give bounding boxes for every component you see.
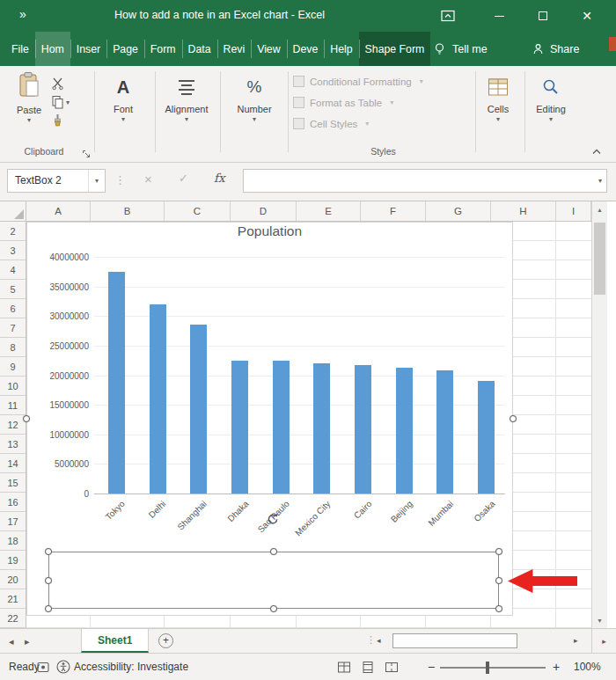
row-header-10[interactable]: 10 [0,377,26,396]
scroll-left-icon[interactable]: ◂ [377,636,381,645]
accessibility-status[interactable]: Accessibility: Investigate [74,661,188,673]
tab-help[interactable]: Help [324,32,358,66]
maximize-button[interactable] [521,0,565,32]
textbox-handle-middle-right[interactable] [495,577,502,584]
scrollbar-corner[interactable]: ▸ [591,629,616,653]
tell-me-button[interactable]: Tell me [433,32,488,66]
column-header-F[interactable]: F [361,201,426,221]
quick-access-overflow-icon[interactable]: » [19,7,26,21]
styles-item-cell-styles[interactable]: Cell Styles▾ [293,115,473,132]
row-header-8[interactable]: 8 [0,338,26,357]
chevron-down-icon[interactable]: ▾ [88,170,105,192]
accessibility-icon[interactable] [56,660,70,676]
bar-shanghai[interactable] [190,325,207,494]
tab-hom[interactable]: Hom [35,32,70,66]
row-header-7[interactable]: 7 [0,318,26,338]
chart-title[interactable]: Population [27,223,512,239]
scroll-down-icon[interactable]: ▼ [592,612,607,628]
row-header-13[interactable]: 13 [0,435,26,454]
copy-button[interactable]: ▾ [51,92,83,111]
column-header-E[interactable]: E [297,201,361,221]
zoom-level[interactable]: 100% [574,661,601,673]
close-button[interactable]: ✕ [565,0,609,32]
column-header-G[interactable]: G [426,201,491,221]
editing-group-button[interactable]: Editing ▾ [526,71,576,123]
row-header-22[interactable]: 22 [0,609,26,628]
textbox-handle-top-middle[interactable] [270,548,277,555]
name-box[interactable]: TextBox 2 ▾ [7,169,106,193]
cells-group-button[interactable]: Cells ▾ [477,71,519,123]
format-painter-button[interactable] [51,111,83,129]
tab-view[interactable]: View [251,32,286,66]
share-button[interactable]: Share [532,32,579,66]
textbox-handle-bottom-middle[interactable] [270,605,277,612]
zoom-slider-track[interactable] [440,667,546,669]
vertical-scrollbar[interactable]: ▲ ▼ [591,201,607,628]
bar-osaka[interactable] [478,381,495,494]
chevron-down-icon[interactable]: ▾ [598,177,602,185]
normal-view-button[interactable] [336,659,352,675]
row-header-11[interactable]: 11 [0,396,26,415]
insert-function-button[interactable]: fx [214,172,225,185]
row-header-21[interactable]: 21 [0,589,26,609]
chart-handle-middle-left[interactable] [23,415,30,422]
font-group-button[interactable]: A Font ▾ [95,71,151,123]
textbox-handle-bottom-left[interactable] [45,605,52,612]
row-header-2[interactable]: 2 [0,222,26,241]
cancel-entry-icon[interactable]: × [144,172,152,186]
tab-file[interactable]: File [5,32,35,66]
bar-mumbai[interactable] [436,370,453,494]
column-header-C[interactable]: C [165,201,231,221]
bar-cairo[interactable] [355,365,371,494]
horizontal-scrollbar-thumb[interactable] [392,633,517,648]
bar-beijing[interactable] [396,368,413,494]
column-header-B[interactable]: B [91,201,165,221]
scroll-right-icon[interactable]: ▸ [574,636,578,645]
row-header-4[interactable]: 4 [0,260,26,280]
column-header-A[interactable]: A [26,201,91,221]
page-break-view-button[interactable] [384,659,400,675]
row-header-18[interactable]: 18 [0,531,26,551]
tab-data[interactable]: Data [182,32,217,66]
clipboard-dialog-launcher-icon[interactable] [82,146,91,162]
textbox-handle-top-left[interactable] [45,548,52,555]
rotate-handle-icon[interactable] [266,512,280,530]
tab-page[interactable]: Page [106,32,144,66]
styles-item-format-as-table[interactable]: Format as Table▾ [293,94,473,111]
row-header-14[interactable]: 14 [0,454,26,473]
column-header-D[interactable]: D [231,201,297,221]
bar-dhaka[interactable] [231,361,248,494]
zoom-out-button[interactable]: − [428,660,435,674]
row-header-19[interactable]: 19 [0,551,26,570]
tab-shape-form[interactable]: Shape Form [359,32,431,66]
paste-button[interactable]: Paste ▾ [9,71,49,145]
row-header-16[interactable]: 16 [0,493,26,512]
row-header-20[interactable]: 20 [0,570,26,589]
new-sheet-button[interactable]: + [158,633,173,648]
scroll-up-icon[interactable]: ▲ [592,201,607,217]
styles-item-conditional-formatting[interactable]: Conditional Formatting▾ [293,73,473,90]
vertical-scrollbar-thumb[interactable] [594,223,605,295]
ribbon-display-options-icon[interactable] [440,8,456,24]
page-layout-view-button[interactable] [360,659,376,675]
confirm-entry-icon[interactable]: ✓ [179,172,188,184]
formula-input[interactable]: ▾ [243,169,607,193]
textbox-handle-top-right[interactable] [495,548,502,555]
row-header-3[interactable]: 3 [0,241,26,260]
select-all-corner[interactable] [0,201,26,222]
macro-record-icon[interactable] [37,662,49,676]
minimize-button[interactable] [477,0,521,32]
bar-tokyo[interactable] [108,272,125,494]
collapse-ribbon-button[interactable] [588,145,605,157]
tab-form[interactable]: Form [144,32,182,66]
zoom-slider-thumb[interactable] [486,662,489,674]
tab-deve[interactable]: Deve [287,32,325,66]
column-header-I[interactable]: I [556,201,591,221]
number-group-button[interactable]: % Number ▾ [226,71,282,123]
cut-button[interactable] [51,74,83,92]
sheet-nav-left-icon[interactable]: ◂ [9,635,14,647]
note-textbox[interactable] [48,552,499,609]
row-header-17[interactable]: 17 [0,512,26,531]
alignment-group-button[interactable]: Alignment ▾ [158,71,215,123]
row-header-6[interactable]: 6 [0,299,26,318]
